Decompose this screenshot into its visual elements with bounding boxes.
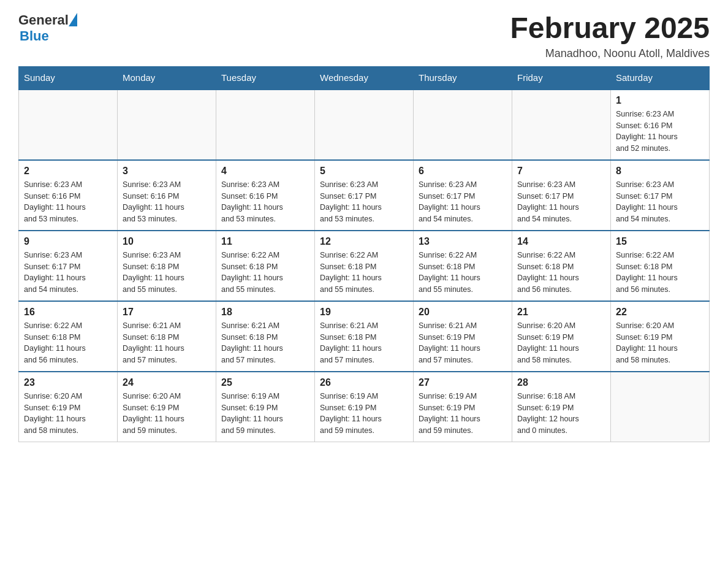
day-of-week-header: Wednesday xyxy=(315,66,414,90)
calendar-cell: 24Sunrise: 6:20 AM Sunset: 6:19 PM Dayli… xyxy=(118,372,216,442)
day-number: 5 xyxy=(320,166,408,177)
day-info: Sunrise: 6:23 AM Sunset: 6:17 PM Dayligh… xyxy=(616,179,704,225)
day-number: 7 xyxy=(517,166,605,177)
calendar-cell: 20Sunrise: 6:21 AM Sunset: 6:19 PM Dayli… xyxy=(414,301,512,372)
day-number: 6 xyxy=(419,166,507,177)
day-number: 1 xyxy=(616,95,704,106)
calendar-cell: 23Sunrise: 6:20 AM Sunset: 6:19 PM Dayli… xyxy=(19,372,118,442)
day-number: 19 xyxy=(320,307,408,318)
title-section: February 2025 Manadhoo, Noonu Atoll, Mal… xyxy=(510,12,710,60)
calendar-cell: 6Sunrise: 6:23 AM Sunset: 6:17 PM Daylig… xyxy=(414,160,512,231)
logo: General Blue xyxy=(18,12,77,44)
day-number: 3 xyxy=(123,166,211,177)
day-info: Sunrise: 6:23 AM Sunset: 6:16 PM Dayligh… xyxy=(616,109,704,155)
day-number: 23 xyxy=(24,377,112,388)
calendar-cell: 9Sunrise: 6:23 AM Sunset: 6:17 PM Daylig… xyxy=(19,231,118,301)
calendar-cell: 7Sunrise: 6:23 AM Sunset: 6:17 PM Daylig… xyxy=(512,160,611,231)
day-info: Sunrise: 6:23 AM Sunset: 6:17 PM Dayligh… xyxy=(419,179,507,225)
day-info: Sunrise: 6:23 AM Sunset: 6:17 PM Dayligh… xyxy=(24,250,112,296)
day-info: Sunrise: 6:23 AM Sunset: 6:17 PM Dayligh… xyxy=(320,179,408,225)
day-info: Sunrise: 6:21 AM Sunset: 6:18 PM Dayligh… xyxy=(123,320,211,366)
day-number: 4 xyxy=(221,166,309,177)
calendar-cell xyxy=(118,90,216,160)
day-number: 28 xyxy=(517,377,605,388)
days-of-week-row: SundayMondayTuesdayWednesdayThursdayFrid… xyxy=(19,66,710,90)
calendar-week-row: 9Sunrise: 6:23 AM Sunset: 6:17 PM Daylig… xyxy=(19,231,710,301)
day-of-week-header: Monday xyxy=(118,66,216,90)
calendar-cell: 16Sunrise: 6:22 AM Sunset: 6:18 PM Dayli… xyxy=(19,301,118,372)
day-info: Sunrise: 6:23 AM Sunset: 6:17 PM Dayligh… xyxy=(517,179,605,225)
calendar-week-row: 16Sunrise: 6:22 AM Sunset: 6:18 PM Dayli… xyxy=(19,301,710,372)
day-number: 17 xyxy=(123,307,211,318)
calendar-cell xyxy=(19,90,118,160)
calendar-cell: 11Sunrise: 6:22 AM Sunset: 6:18 PM Dayli… xyxy=(216,231,315,301)
day-info: Sunrise: 6:22 AM Sunset: 6:18 PM Dayligh… xyxy=(616,250,704,296)
day-number: 27 xyxy=(419,377,507,388)
logo-blue-text: Blue xyxy=(20,28,49,44)
calendar-cell: 4Sunrise: 6:23 AM Sunset: 6:16 PM Daylig… xyxy=(216,160,315,231)
calendar-header: SundayMondayTuesdayWednesdayThursdayFrid… xyxy=(19,66,710,90)
day-number: 26 xyxy=(320,377,408,388)
day-info: Sunrise: 6:20 AM Sunset: 6:19 PM Dayligh… xyxy=(517,320,605,366)
day-info: Sunrise: 6:20 AM Sunset: 6:19 PM Dayligh… xyxy=(24,391,112,437)
calendar-cell xyxy=(611,372,710,442)
day-number: 15 xyxy=(616,236,704,247)
calendar-cell: 15Sunrise: 6:22 AM Sunset: 6:18 PM Dayli… xyxy=(611,231,710,301)
calendar-cell: 8Sunrise: 6:23 AM Sunset: 6:17 PM Daylig… xyxy=(611,160,710,231)
day-number: 20 xyxy=(419,307,507,318)
day-info: Sunrise: 6:22 AM Sunset: 6:18 PM Dayligh… xyxy=(419,250,507,296)
calendar-cell xyxy=(315,90,414,160)
day-number: 13 xyxy=(419,236,507,247)
day-info: Sunrise: 6:22 AM Sunset: 6:18 PM Dayligh… xyxy=(517,250,605,296)
calendar-week-row: 2Sunrise: 6:23 AM Sunset: 6:16 PM Daylig… xyxy=(19,160,710,231)
calendar-cell: 2Sunrise: 6:23 AM Sunset: 6:16 PM Daylig… xyxy=(19,160,118,231)
calendar-cell: 5Sunrise: 6:23 AM Sunset: 6:17 PM Daylig… xyxy=(315,160,414,231)
day-number: 2 xyxy=(24,166,112,177)
day-of-week-header: Saturday xyxy=(611,66,710,90)
calendar-body: 1Sunrise: 6:23 AM Sunset: 6:16 PM Daylig… xyxy=(19,90,710,442)
calendar-cell xyxy=(414,90,512,160)
day-number: 11 xyxy=(221,236,309,247)
day-of-week-header: Friday xyxy=(512,66,611,90)
day-info: Sunrise: 6:21 AM Sunset: 6:19 PM Dayligh… xyxy=(419,320,507,366)
calendar-cell: 10Sunrise: 6:23 AM Sunset: 6:18 PM Dayli… xyxy=(118,231,216,301)
day-info: Sunrise: 6:21 AM Sunset: 6:18 PM Dayligh… xyxy=(221,320,309,366)
day-info: Sunrise: 6:23 AM Sunset: 6:18 PM Dayligh… xyxy=(123,250,211,296)
calendar-cell: 28Sunrise: 6:18 AM Sunset: 6:19 PM Dayli… xyxy=(512,372,611,442)
day-number: 21 xyxy=(517,307,605,318)
day-info: Sunrise: 6:22 AM Sunset: 6:18 PM Dayligh… xyxy=(221,250,309,296)
day-number: 22 xyxy=(616,307,704,318)
calendar-cell xyxy=(216,90,315,160)
day-info: Sunrise: 6:23 AM Sunset: 6:16 PM Dayligh… xyxy=(123,179,211,225)
day-info: Sunrise: 6:19 AM Sunset: 6:19 PM Dayligh… xyxy=(419,391,507,437)
calendar-cell: 21Sunrise: 6:20 AM Sunset: 6:19 PM Dayli… xyxy=(512,301,611,372)
calendar-cell: 13Sunrise: 6:22 AM Sunset: 6:18 PM Dayli… xyxy=(414,231,512,301)
calendar-week-row: 1Sunrise: 6:23 AM Sunset: 6:16 PM Daylig… xyxy=(19,90,710,160)
day-number: 25 xyxy=(221,377,309,388)
calendar-cell: 1Sunrise: 6:23 AM Sunset: 6:16 PM Daylig… xyxy=(611,90,710,160)
calendar-cell: 17Sunrise: 6:21 AM Sunset: 6:18 PM Dayli… xyxy=(118,301,216,372)
day-info: Sunrise: 6:23 AM Sunset: 6:16 PM Dayligh… xyxy=(221,179,309,225)
calendar-cell: 12Sunrise: 6:22 AM Sunset: 6:18 PM Dayli… xyxy=(315,231,414,301)
day-number: 9 xyxy=(24,236,112,247)
day-number: 18 xyxy=(221,307,309,318)
day-number: 24 xyxy=(123,377,211,388)
day-info: Sunrise: 6:20 AM Sunset: 6:19 PM Dayligh… xyxy=(123,391,211,437)
month-title: February 2025 xyxy=(510,12,710,45)
calendar-cell: 14Sunrise: 6:22 AM Sunset: 6:18 PM Dayli… xyxy=(512,231,611,301)
calendar-cell: 26Sunrise: 6:19 AM Sunset: 6:19 PM Dayli… xyxy=(315,372,414,442)
calendar-table: SundayMondayTuesdayWednesdayThursdayFrid… xyxy=(18,66,710,442)
calendar-cell: 22Sunrise: 6:20 AM Sunset: 6:19 PM Dayli… xyxy=(611,301,710,372)
calendar-week-row: 23Sunrise: 6:20 AM Sunset: 6:19 PM Dayli… xyxy=(19,372,710,442)
day-info: Sunrise: 6:19 AM Sunset: 6:19 PM Dayligh… xyxy=(320,391,408,437)
day-number: 14 xyxy=(517,236,605,247)
day-info: Sunrise: 6:22 AM Sunset: 6:18 PM Dayligh… xyxy=(320,250,408,296)
day-of-week-header: Sunday xyxy=(19,66,118,90)
calendar-cell: 3Sunrise: 6:23 AM Sunset: 6:16 PM Daylig… xyxy=(118,160,216,231)
calendar-cell xyxy=(512,90,611,160)
day-info: Sunrise: 6:19 AM Sunset: 6:19 PM Dayligh… xyxy=(221,391,309,437)
logo-triangle-icon xyxy=(69,13,77,26)
day-number: 12 xyxy=(320,236,408,247)
calendar-cell: 27Sunrise: 6:19 AM Sunset: 6:19 PM Dayli… xyxy=(414,372,512,442)
day-number: 16 xyxy=(24,307,112,318)
